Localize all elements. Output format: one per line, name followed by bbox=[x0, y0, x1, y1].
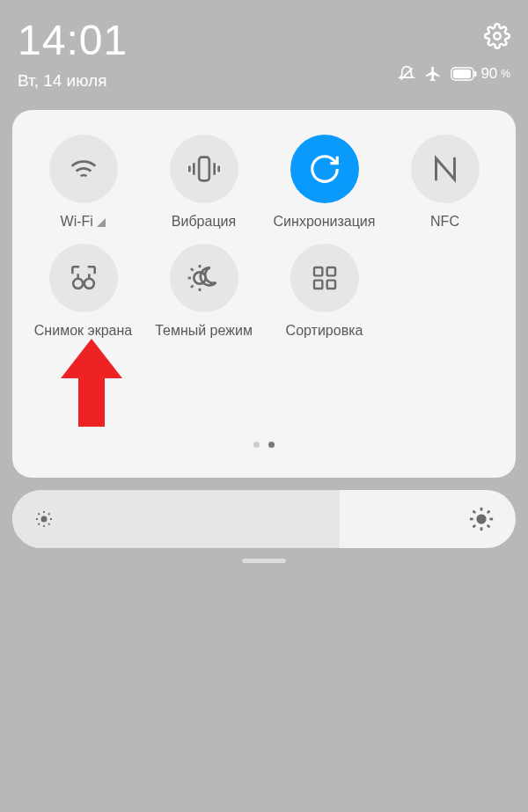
svg-point-0 bbox=[494, 33, 501, 40]
drag-handle[interactable] bbox=[242, 559, 286, 563]
svg-line-30 bbox=[48, 523, 50, 525]
svg-line-18 bbox=[191, 268, 194, 271]
tile-label: Сортировка bbox=[286, 323, 363, 339]
brightness-high-icon bbox=[468, 506, 495, 532]
tile-darkmode: Темный режим bbox=[143, 244, 264, 339]
mute-icon bbox=[398, 65, 415, 83]
tile-label: NFC bbox=[430, 214, 459, 230]
screenshot-button[interactable] bbox=[49, 244, 118, 312]
svg-line-39 bbox=[488, 525, 490, 528]
svg-rect-22 bbox=[314, 281, 322, 289]
tile-label: Вибрация bbox=[172, 214, 236, 230]
svg-rect-23 bbox=[326, 281, 334, 289]
svg-line-32 bbox=[48, 514, 50, 516]
svg-rect-4 bbox=[474, 71, 477, 77]
tile-label: Темный режим bbox=[155, 323, 253, 339]
svg-point-33 bbox=[476, 514, 486, 523]
tile-label: Синхронизация bbox=[274, 214, 376, 230]
svg-line-19 bbox=[191, 285, 194, 288]
tile-sort: Сортировка bbox=[264, 244, 385, 339]
page-indicator bbox=[23, 435, 505, 451]
svg-line-41 bbox=[488, 511, 490, 514]
quick-settings-panel: Wi-Fi Вибрация bbox=[12, 110, 516, 478]
tile-label: Wi-Fi bbox=[61, 214, 106, 230]
wifi-toggle[interactable] bbox=[49, 135, 118, 203]
svg-point-11 bbox=[84, 279, 93, 289]
svg-rect-3 bbox=[453, 69, 471, 78]
sort-button[interactable] bbox=[290, 244, 359, 312]
battery-indicator: 90 % bbox=[451, 65, 510, 83]
brightness-low-icon bbox=[33, 508, 55, 530]
tile-vibration: Вибрация bbox=[143, 135, 264, 230]
svg-rect-21 bbox=[326, 267, 334, 275]
tile-nfc: NFC bbox=[385, 135, 505, 230]
tile-sync: Синхронизация bbox=[264, 135, 385, 230]
sync-toggle[interactable] bbox=[290, 135, 359, 203]
brightness-slider[interactable] bbox=[12, 490, 516, 548]
svg-rect-20 bbox=[314, 267, 322, 275]
svg-point-24 bbox=[41, 516, 48, 523]
date-label: Вт, 14 июля bbox=[18, 71, 128, 91]
svg-line-38 bbox=[473, 511, 476, 514]
svg-line-29 bbox=[39, 514, 40, 516]
tile-wifi: Wi-Fi bbox=[23, 135, 143, 230]
settings-icon[interactable] bbox=[484, 23, 510, 49]
svg-rect-5 bbox=[199, 157, 209, 181]
nfc-toggle[interactable] bbox=[411, 135, 480, 203]
tile-label: Снимок экрана bbox=[34, 323, 132, 339]
tile-screenshot: Снимок экрана bbox=[23, 244, 143, 339]
svg-line-31 bbox=[39, 523, 40, 525]
clock-time: 14:01 bbox=[18, 16, 128, 64]
highlight-arrow bbox=[61, 339, 122, 427]
svg-line-40 bbox=[473, 525, 476, 528]
vibration-toggle[interactable] bbox=[170, 135, 238, 203]
svg-point-10 bbox=[73, 279, 83, 289]
airplane-icon bbox=[424, 65, 442, 83]
darkmode-toggle[interactable] bbox=[170, 244, 238, 312]
